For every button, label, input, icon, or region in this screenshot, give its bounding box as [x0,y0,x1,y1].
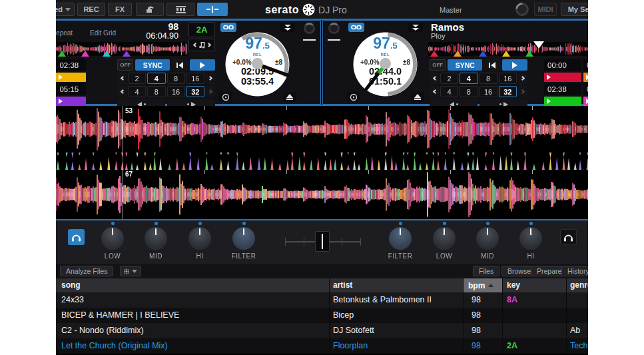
roll-length-button[interactable]: 16 [480,86,497,97]
mid-knob[interactable] [145,227,167,250]
roll-smaller-button[interactable] [117,86,127,97]
cue-pad[interactable] [56,97,86,106]
deck-2-waveform[interactable] [56,170,588,219]
loop-length-button[interactable]: 4 [147,73,165,84]
column-header-song[interactable]: song [61,280,81,290]
practice-mode-button[interactable] [197,3,228,16]
loop-length-button[interactable]: 16 [499,73,517,84]
deck-1-previous-button[interactable] [172,59,188,71]
mid-knob[interactable] [476,227,499,250]
analyze-files-button[interactable]: Analyze Files [60,266,113,276]
low-knob[interactable] [433,227,456,250]
deck-1-waveform[interactable] [56,106,588,153]
deck-2-sync-button[interactable]: SYNC [448,59,482,71]
track-row[interactable]: C2 - Nondo (Riddimix) DJ Sotofett 98 Ab [56,323,588,338]
cue-pad[interactable] [583,73,588,82]
track-row[interactable]: BICEP & HAMMER | I BELIEVE Bicep 98 [56,308,588,323]
deck-1-beat-jump-control[interactable] [188,39,215,51]
deck-2-previous-button[interactable] [484,59,500,71]
display-mode-dropdown[interactable]: ed [56,3,75,16]
loop-length-button[interactable]: 4 [460,73,478,84]
deck-1-play-button[interactable] [190,59,215,71]
rec-button[interactable]: REC [77,3,105,16]
track-song: BICEP & HAMMER | I BELIEVE [61,310,179,320]
deck-2-turntable-mode-icon[interactable] [347,92,360,102]
deck-2-eject-button[interactable] [411,92,424,102]
cue-pad[interactable] [583,97,588,106]
deck-1-eject-button[interactable] [283,92,296,102]
column-header-key[interactable]: key [507,280,520,290]
loop-bigger-button[interactable] [206,73,215,84]
library-settings-button[interactable] [120,266,141,276]
deck-1-sync-off-button[interactable]: OFF [117,59,133,71]
deck-1-headphone-cue-button[interactable] [68,229,85,245]
deck-2-sync-off-button[interactable]: OFF [430,59,446,71]
track-song: C2 - Nondo (Riddimix) [61,326,144,335]
cue-pad[interactable] [544,97,581,106]
deck-2-track-overview[interactable] [428,42,588,56]
beat-jump-left-icon[interactable] [192,43,197,48]
deck-1-platter-area: 97.5 REL +0.0% ±8 02:09.5 03:55.4 [217,21,298,104]
hi-knob[interactable] [519,227,542,250]
roll-length-button[interactable]: 32 [499,86,517,97]
column-header-genre[interactable]: genre [570,280,588,290]
roll-length-button[interactable]: 32 [186,86,204,97]
deck-2-play-button[interactable] [502,59,527,71]
cue-pad[interactable] [56,73,86,82]
column-header-bpm[interactable]: bpm [464,278,502,292]
deck-1-panel: Repeat Edit Grid 98 06:04.90 2A [56,20,321,105]
cue-pad[interactable] [544,73,581,82]
deck-1-sync-button[interactable]: SYNC [135,59,170,71]
midi-button[interactable]: MIDI [534,3,557,16]
fx-button[interactable]: FX [108,3,132,16]
roll-length-button[interactable]: 4 [128,86,146,97]
filter-knob[interactable] [389,227,412,250]
loop-length-button[interactable]: 16 [186,73,204,84]
deck-2-headphone-cue-button[interactable] [560,229,577,245]
hi-knob[interactable] [188,227,211,250]
filter-knob[interactable] [232,227,255,250]
column-header-artist[interactable]: artist [333,280,352,290]
grid-view-button[interactable] [166,3,194,16]
track-genre: Ab [570,326,580,335]
sampler-button[interactable] [136,3,164,16]
deck-2-gain-knob[interactable] [328,23,340,34]
loop-length-button[interactable]: 8 [480,73,497,84]
deck-1-edit-grid-toggle[interactable]: Edit Grid [90,29,116,37]
deck-2-platter[interactable]: 97.5 REL +0.0% ±8 02:44.0 01:50.1 [352,31,419,98]
track-row[interactable]: 24x33 Betonkust & Palmbomen II 98 8A [56,292,588,308]
deck-1-pitch-range: ±8 [275,59,282,66]
track-row[interactable]: Let the Church (Original Mix) Floorplan … [56,338,588,354]
deck-1-platter[interactable]: 97.5 REL +0.0% ±8 02:09.5 03:55.4 [224,31,291,98]
deck-2-platter-area: 97.5 REL +0.0% ±8 02:44.0 01:50.1 [345,21,426,104]
roll-length-button[interactable]: 8 [147,86,165,97]
loop-length-button[interactable]: 2 [128,73,146,84]
loop-length-button[interactable]: 2 [440,73,458,84]
loop-smaller-button[interactable] [117,73,127,84]
tab-history[interactable]: History [561,266,588,276]
cue-marker-triangle [502,51,510,57]
roll-smaller-button[interactable] [430,86,439,97]
practice-mode-icon [206,6,218,13]
roll-length-button[interactable]: 16 [167,86,185,97]
deck-1-key-display: 2A [188,22,215,37]
my-serato-button[interactable]: My Serato [561,3,588,16]
deck-1-track-overview[interactable] [56,42,186,56]
roll-bigger-button[interactable] [518,86,527,97]
master-volume-knob[interactable] [513,0,531,19]
roll-length-button[interactable]: 4 [440,86,458,97]
loop-bigger-button[interactable] [518,73,527,84]
beat-jump-right-icon[interactable] [206,43,212,48]
track-artist: Betonkust & Palmbomen II [333,295,432,304]
deck-1-turntable-mode-icon[interactable] [219,92,232,102]
deck-1-gain-knob[interactable] [304,23,315,34]
tab-files[interactable]: Files [473,266,499,276]
crossfader-handle[interactable] [315,231,330,252]
roll-length-button[interactable]: 8 [460,86,478,97]
deck-1-repeat-toggle[interactable]: Repeat [56,29,73,37]
loop-smaller-button[interactable] [430,73,439,84]
play-icon [200,62,205,69]
low-knob[interactable] [101,227,124,250]
loop-length-button[interactable]: 8 [167,73,185,84]
roll-bigger-button[interactable] [206,86,215,97]
